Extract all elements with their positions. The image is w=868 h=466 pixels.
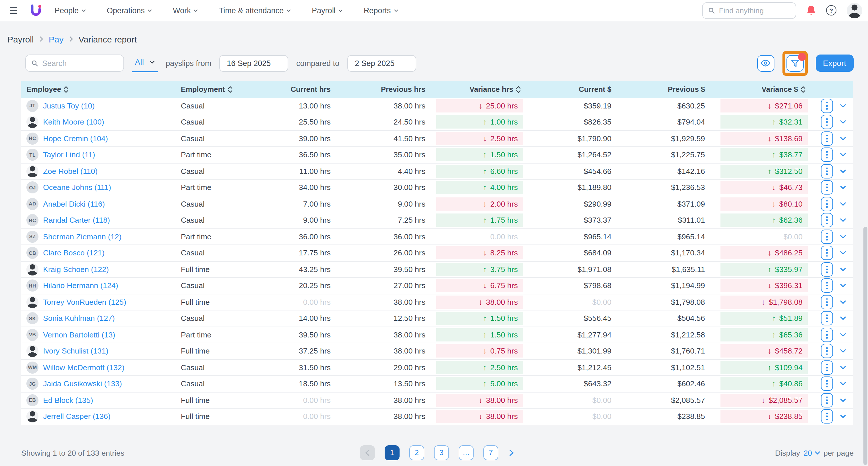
employee-link[interactable]: Hope Cremin (104) (43, 134, 108, 143)
employee-link[interactable]: Jerrell Casper (136) (43, 412, 111, 421)
row-expand-button[interactable] (839, 201, 847, 207)
row-expand-button[interactable] (839, 185, 847, 191)
row-expand-button[interactable] (839, 266, 847, 273)
employee-link[interactable]: Kraig Schoen (122) (43, 265, 109, 274)
employee-link[interactable]: Ed Block (135) (43, 396, 93, 405)
row-menu-button[interactable] (821, 131, 833, 146)
col-header-previous-hrs[interactable]: Previous hrs (334, 85, 429, 94)
row-menu-button[interactable] (821, 99, 833, 113)
row-menu-button[interactable] (821, 164, 833, 179)
row-expand-button[interactable] (839, 234, 847, 240)
user-avatar[interactable] (847, 3, 862, 18)
row-menu-button[interactable] (821, 181, 833, 195)
row-expand-button[interactable] (839, 119, 847, 125)
row-menu-button[interactable] (821, 262, 833, 277)
page-button[interactable]: 2 (409, 445, 424, 460)
row-expand-button[interactable] (839, 397, 847, 403)
page-button[interactable]: 7 (484, 445, 498, 460)
row-menu-button[interactable] (821, 295, 833, 309)
page-button[interactable]: 3 (434, 445, 449, 460)
col-header-variance-hrs[interactable]: Variance hrs (429, 85, 525, 94)
app-logo[interactable] (30, 4, 42, 17)
row-menu-button[interactable] (821, 344, 833, 359)
employee-link[interactable]: Justus Toy (10) (43, 101, 95, 110)
row-menu-button[interactable] (821, 213, 833, 227)
hamburger-menu-icon[interactable] (10, 7, 17, 14)
row-menu-button[interactable] (821, 246, 833, 260)
next-page-button[interactable] (508, 448, 515, 457)
export-button[interactable]: Export (815, 55, 854, 72)
prev-page-button[interactable] (360, 445, 375, 460)
employee-link[interactable]: Sherman Ziemann (12) (43, 232, 121, 241)
row-menu-button[interactable] (821, 148, 833, 162)
nav-menu-item[interactable]: Reports (364, 6, 398, 14)
row-expand-button[interactable] (839, 283, 847, 289)
table-search-input[interactable] (42, 59, 118, 67)
row-menu-button[interactable] (821, 279, 833, 293)
row-menu-button[interactable] (821, 377, 833, 391)
row-menu-button[interactable] (821, 393, 833, 407)
row-expand-button[interactable] (839, 348, 847, 354)
employee-link[interactable]: Oceane Johns (111) (43, 183, 111, 192)
employee-link[interactable]: Clare Bosco (121) (43, 249, 104, 257)
row-expand-button[interactable] (839, 413, 847, 420)
nav-menu-item[interactable]: Work (173, 6, 198, 14)
col-header-employee[interactable]: Employee (21, 85, 181, 94)
row-menu-button[interactable] (821, 115, 833, 129)
row-expand-button[interactable] (839, 168, 847, 175)
row-expand-button[interactable] (839, 103, 847, 109)
row-expand-button[interactable] (839, 250, 847, 256)
col-header-current-hrs[interactable]: Current hrs (255, 85, 334, 94)
row-expand-button[interactable] (839, 365, 847, 371)
employee-link[interactable]: Torrey VonRueden (125) (43, 298, 126, 307)
notifications-bell-icon[interactable] (807, 5, 816, 15)
employee-link[interactable]: Randal Carter (118) (43, 216, 110, 225)
employee-link[interactable]: Willow McDermott (132) (43, 363, 125, 372)
row-expand-button[interactable] (839, 299, 847, 305)
help-icon[interactable]: ? (826, 5, 836, 15)
employee-link[interactable]: Ivory Schulist (131) (43, 347, 108, 355)
previous-hrs-cell: 38.00 hrs (334, 392, 429, 408)
row-menu-button[interactable] (821, 311, 833, 326)
employee-link[interactable]: Anabel Dicki (116) (43, 200, 105, 208)
page-button[interactable]: 1 (384, 445, 400, 460)
to-date-input[interactable] (347, 55, 416, 71)
col-header-employment[interactable]: Employment (181, 85, 255, 94)
row-menu-button[interactable] (821, 328, 833, 342)
col-header-current-amount[interactable]: Current $ (525, 85, 615, 94)
page-button[interactable]: … (459, 445, 474, 460)
nav-menu-item[interactable]: Time & attendance (219, 6, 291, 14)
breadcrumb-payroll[interactable]: Payroll (7, 34, 34, 44)
employee-link[interactable]: Vernon Bartoletti (13) (43, 331, 115, 339)
row-menu-button[interactable] (821, 409, 833, 424)
employee-link[interactable]: Keith Moore (100) (43, 118, 104, 127)
row-menu-button[interactable] (821, 197, 833, 211)
nav-menu-item[interactable]: Operations (107, 6, 152, 14)
row-menu-button[interactable] (821, 229, 833, 244)
scrollbar[interactable] (863, 227, 867, 465)
employee-link[interactable]: Zoe Robel (110) (43, 167, 98, 176)
nav-menu-item[interactable]: People (55, 6, 86, 14)
global-search[interactable] (702, 2, 796, 19)
row-expand-button[interactable] (839, 381, 847, 387)
global-search-input[interactable] (719, 6, 790, 14)
row-expand-button[interactable] (839, 315, 847, 322)
employee-link[interactable]: Jaida Gusikowski (133) (43, 380, 122, 388)
row-menu-button[interactable] (821, 361, 833, 375)
from-date-input[interactable] (219, 55, 288, 71)
per-page-dropdown[interactable]: 20 (803, 448, 820, 457)
row-expand-button[interactable] (839, 332, 847, 338)
col-header-variance-amount[interactable]: Variance $ (708, 85, 813, 94)
column-visibility-button[interactable] (757, 55, 774, 71)
nav-menu-item[interactable]: Payroll (312, 6, 343, 14)
employee-link[interactable]: Taylor Lind (11) (43, 151, 95, 159)
scope-dropdown[interactable]: All (132, 54, 158, 72)
col-header-previous-amount[interactable]: Previous $ (615, 85, 708, 94)
row-expand-button[interactable] (839, 135, 847, 142)
row-expand-button[interactable] (839, 217, 847, 223)
employee-link[interactable]: Hilario Hermann (124) (43, 281, 118, 290)
row-expand-button[interactable] (839, 152, 847, 158)
breadcrumb-pay[interactable]: Pay (49, 34, 64, 44)
employee-link[interactable]: Sonia Kuhlman (127) (43, 314, 115, 323)
table-search[interactable] (25, 55, 124, 72)
